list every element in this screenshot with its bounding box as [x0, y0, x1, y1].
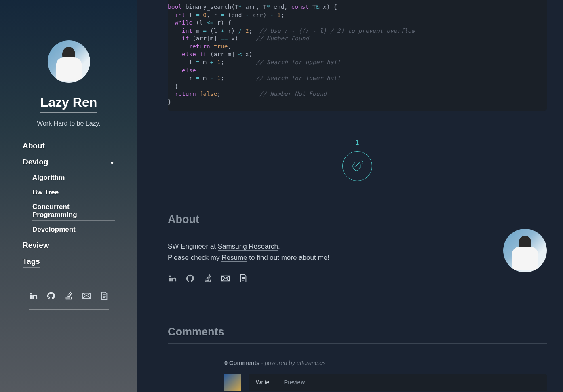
about-section: About SW Engineer at Samsung Research. P…: [168, 213, 547, 293]
sidebar: Lazy Ren Work Hard to be Lazy. About Dev…: [0, 0, 137, 392]
tagline: Work Hard to be Lazy.: [37, 120, 101, 127]
nav-tags[interactable]: Tags: [23, 257, 40, 268]
comments-section: Comments 0 Comments - powered by utteran…: [168, 326, 547, 391]
commenter-avatar[interactable]: [224, 374, 241, 391]
nav-concurrent-programming[interactable]: Concurrent Programming: [32, 203, 115, 221]
site-title[interactable]: Lazy Ren: [40, 95, 97, 113]
sub-nav-devlog: Algorithm Bw Tree Concurrent Programming…: [23, 174, 115, 235]
comments-heading: Comments: [168, 326, 547, 338]
nav-review[interactable]: Review: [23, 241, 49, 251]
chevron-down-icon[interactable]: ▼: [109, 160, 115, 166]
applause-section: 1: [168, 139, 547, 181]
avatar[interactable]: [48, 40, 90, 83]
sidebar-social: [29, 291, 109, 310]
comments-header: 0 Comments - powered by utteranc.es: [224, 360, 547, 366]
stackoverflow-icon[interactable]: [203, 274, 212, 287]
code-block: bool binary_search(T* arr, T* end, const…: [168, 0, 547, 111]
applause-button[interactable]: [342, 151, 372, 181]
nav-devlog[interactable]: Devlog: [23, 158, 48, 168]
samsung-research-link[interactable]: Samsung Research: [218, 242, 278, 251]
email-icon[interactable]: [82, 291, 91, 302]
clap-icon: [350, 159, 365, 173]
resume-icon[interactable]: [100, 291, 109, 302]
github-icon[interactable]: [46, 291, 55, 302]
resume-link[interactable]: Resume: [221, 254, 247, 262]
github-icon[interactable]: [186, 274, 194, 287]
code-content: bool binary_search(T* arr, T* end, const…: [168, 3, 547, 106]
email-icon[interactable]: [221, 274, 230, 287]
linkedin-icon[interactable]: [29, 291, 38, 302]
sidebar-nav: About Devlog ▼ Algorithm Bw Tree Concurr…: [0, 141, 137, 273]
about-avatar[interactable]: [503, 229, 547, 272]
applause-count: 1: [168, 139, 547, 146]
comments-count: 0 Comments: [224, 360, 259, 366]
nav-development[interactable]: Development: [32, 226, 76, 235]
linkedin-icon[interactable]: [168, 274, 177, 287]
comment-form: Write Preview: [224, 374, 547, 391]
main-content: bool binary_search(T* arr, T* end, const…: [137, 0, 563, 392]
nav-algorithm[interactable]: Algorithm: [32, 174, 65, 183]
about-social: [168, 274, 248, 293]
tab-write[interactable]: Write: [249, 374, 277, 390]
resume-icon[interactable]: [239, 274, 248, 287]
tab-preview[interactable]: Preview: [277, 374, 312, 390]
divider: [168, 231, 547, 231]
nav-bw-tree[interactable]: Bw Tree: [32, 188, 59, 198]
nav-about[interactable]: About: [23, 141, 45, 152]
stackoverflow-icon[interactable]: [64, 291, 73, 302]
about-text: SW Engineer at Samsung Research. Please …: [168, 241, 491, 293]
powered-by: powered by utteranc.es: [265, 360, 326, 366]
divider: [168, 343, 547, 344]
about-heading: About: [168, 213, 547, 226]
comment-tabs: Write Preview: [249, 374, 547, 391]
